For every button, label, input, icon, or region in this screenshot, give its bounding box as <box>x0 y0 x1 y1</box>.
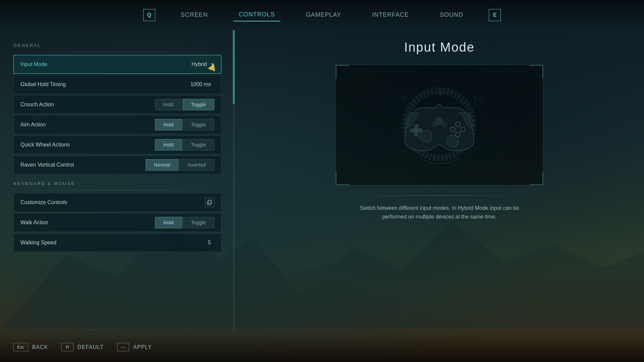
raven-vertical-buttons: Normal Inverted <box>146 159 214 171</box>
global-hold-timing-value: 1000 ms <box>191 81 211 87</box>
setting-raven-vertical-control[interactable]: Raven Vertical Control Normal Inverted <box>13 156 221 174</box>
apply-label: Apply <box>133 344 152 350</box>
scrollbar-thumb[interactable] <box>233 30 235 104</box>
aim-toggle-btn[interactable]: Toggle <box>183 119 214 130</box>
setting-walk-action[interactable]: Walk Action Hold Toggle <box>13 213 221 232</box>
back-action[interactable]: Esc Back <box>13 343 48 351</box>
nav-key-q[interactable]: Q <box>143 9 155 21</box>
input-mode-value: Hybrid <box>192 61 207 67</box>
svg-rect-3 <box>208 200 212 204</box>
svg-point-14 <box>432 122 437 127</box>
nav-screen[interactable]: Screen <box>175 9 213 21</box>
copy-icon <box>205 198 214 207</box>
setting-walking-speed[interactable]: Walking Speed 5 <box>13 233 221 252</box>
quick-wheel-toggle-btn[interactable]: Toggle <box>183 139 214 150</box>
raven-normal-btn[interactable]: Normal <box>146 159 178 171</box>
settings-panel: GENERAL Input Mode Hybrid ▼ Global Hold … <box>0 30 235 332</box>
apply-action[interactable]: — Apply <box>117 343 152 351</box>
nav-controls[interactable]: Controls <box>233 8 280 21</box>
back-label: Back <box>32 344 48 350</box>
svg-point-12 <box>420 130 432 142</box>
walking-speed-label: Walking Speed <box>20 240 208 246</box>
walk-hold-btn[interactable]: Hold <box>155 217 182 228</box>
corner-br <box>530 172 543 185</box>
detail-title: Input Mode <box>404 40 475 55</box>
esc-key: Esc <box>13 343 28 351</box>
walk-action-label: Walk Action <box>20 220 155 226</box>
default-label: Default <box>77 344 104 350</box>
nav-key-e[interactable]: E <box>489 9 501 21</box>
nav-sound[interactable]: Sound <box>434 9 469 21</box>
corner-tr <box>530 65 543 78</box>
divider-keyboard <box>13 190 221 190</box>
setting-input-mode[interactable]: Input Mode Hybrid ▼ <box>13 55 221 74</box>
divider-general <box>13 52 221 52</box>
nav-interface[interactable]: Interface <box>367 9 414 21</box>
crouch-hold-btn[interactable]: Hold <box>155 99 182 110</box>
controller-illustration <box>376 77 503 173</box>
svg-rect-7 <box>410 128 422 132</box>
svg-point-16 <box>436 118 443 124</box>
setting-quick-wheel-actions[interactable]: Quick Wheel Actions Hold Toggle <box>13 135 221 154</box>
section-general-label: GENERAL <box>13 43 221 48</box>
corner-tl <box>336 65 349 78</box>
raven-vertical-label: Raven Vertical Control <box>20 162 146 168</box>
scrollbar-track[interactable] <box>233 30 235 332</box>
r-key: R <box>61 343 73 351</box>
aim-action-buttons: Hold Toggle <box>155 119 214 130</box>
crouch-action-label: Crouch Action <box>20 102 155 108</box>
quick-wheel-actions-label: Quick Wheel Actions <box>20 142 155 148</box>
walking-speed-value: 5 <box>208 240 211 246</box>
svg-point-13 <box>447 135 459 147</box>
aim-action-label: Aim Action <box>20 122 155 128</box>
svg-point-15 <box>442 122 447 127</box>
crouch-action-buttons: Hold Toggle <box>155 99 214 110</box>
corner-bl <box>336 172 349 185</box>
detail-divider <box>342 195 537 196</box>
global-hold-timing-label: Global Hold Timing <box>20 81 191 87</box>
detail-description: Switch between different input modes. In… <box>349 204 530 221</box>
setting-customize-controls[interactable]: Customize Controls <box>13 193 221 212</box>
quick-wheel-buttons: Hold Toggle <box>155 139 214 150</box>
setting-global-hold-timing[interactable]: Global Hold Timing 1000 ms <box>13 75 221 94</box>
setting-aim-action[interactable]: Aim Action Hold Toggle <box>13 115 221 134</box>
setting-crouch-action[interactable]: Crouch Action Hold Toggle <box>13 95 221 114</box>
bottom-bar: Esc Back R Default — Apply <box>0 332 644 362</box>
customize-controls-label: Customize Controls <box>20 199 205 205</box>
quick-wheel-hold-btn[interactable]: Hold <box>155 139 182 150</box>
walk-action-buttons: Hold Toggle <box>155 217 214 228</box>
nav-gameplay[interactable]: Gameplay <box>301 9 347 21</box>
raven-inverted-btn[interactable]: Inverted <box>179 159 214 171</box>
controller-image <box>335 65 543 185</box>
input-mode-label: Input Mode <box>20 61 192 67</box>
apply-key: — <box>117 343 129 351</box>
detail-panel: Input Mode <box>235 30 644 332</box>
crouch-toggle-btn[interactable]: Toggle <box>183 99 214 110</box>
section-keyboard-label: KEYBOARD & MOUSE <box>13 181 221 186</box>
walk-toggle-btn[interactable]: Toggle <box>183 217 214 228</box>
main-content: GENERAL Input Mode Hybrid ▼ Global Hold … <box>0 30 644 332</box>
aim-hold-btn[interactable]: Hold <box>155 119 182 130</box>
top-nav: Q Screen Controls Gameplay Interface Sou… <box>0 0 644 30</box>
default-action[interactable]: R Default <box>61 343 104 351</box>
